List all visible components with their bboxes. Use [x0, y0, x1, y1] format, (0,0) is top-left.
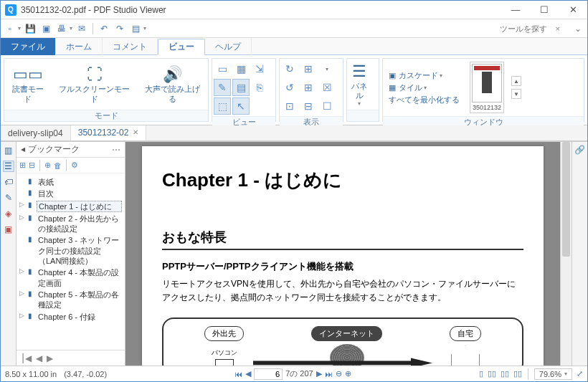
zoom-select[interactable]: 79.6%▾ — [534, 368, 572, 380]
layout-facing-icon[interactable]: ▯▯ — [501, 369, 509, 378]
bookmark-item[interactable]: ▮Chapter 3 - ネットワーク同士の接続設定（LAN間接続） — [19, 234, 122, 267]
nav-prev-icon[interactable]: ◀ — [36, 353, 42, 363]
read-aloud-button[interactable]: 🔊 大声で読み上げる — [138, 62, 208, 106]
tool-icon[interactable]: ⊞ — [300, 60, 317, 77]
zoom-out-icon[interactable]: ⊖ — [336, 369, 342, 378]
page-viewport[interactable]: Chapter 1 - はじめに おもな特長 PPTPサーバー/PPTPクライア… — [125, 142, 572, 366]
bookmark-item[interactable]: ▷▮Chapter 4 - 本製品の設定画面 — [19, 267, 122, 289]
save-icon[interactable]: 💾 — [24, 22, 37, 35]
tool-icon[interactable]: ☐ — [318, 97, 336, 115]
close-button[interactable]: ✕ — [559, 1, 587, 19]
tool-icon[interactable]: ⊞ — [300, 79, 317, 96]
bookmark-item[interactable]: ▷▮Chapter 2 - 外出先からの接続設定 — [19, 213, 122, 235]
email-icon[interactable]: ✉ — [75, 22, 88, 35]
add-icon[interactable]: ⊕ — [44, 161, 51, 170]
tool-icon[interactable]: ⇲ — [251, 60, 268, 77]
signatures-icon[interactable]: ✎ — [3, 192, 14, 204]
maximize-button[interactable]: ☐ — [530, 1, 559, 19]
pages-icon[interactable]: ▥ — [3, 145, 14, 156]
bookmark-item[interactable]: ▮表紙 — [19, 176, 122, 188]
settings-icon[interactable]: ⚙ — [71, 161, 78, 170]
subsection-heading: PPTPサーバー/PPTPクライアント機能を搭載 — [162, 260, 523, 273]
print-icon[interactable]: 🖶 — [55, 22, 68, 35]
doc-tab[interactable]: delivery-slip04 — [1, 125, 71, 140]
prev-page-icon[interactable]: ◀ — [245, 369, 251, 378]
bookmark-item[interactable]: ▷▮Chapter 6 - 付録 — [19, 311, 122, 323]
read-mode-button[interactable]: ▭▭ 読書モード — [4, 62, 52, 106]
layers-icon[interactable]: ◈ — [3, 208, 14, 219]
tool-icon[interactable]: ↻ — [281, 60, 298, 77]
quick-toolbar: ▫▾ 💾 ▣ 🖶▾ ✉ ↶ ↷ ▤▾ × ⌄ — [1, 19, 587, 38]
tool-icon[interactable]: ▭ — [214, 60, 231, 77]
redo-icon[interactable]: ↷ — [113, 22, 126, 35]
tab-help[interactable]: ヘルプ — [205, 38, 252, 55]
spin-up-icon[interactable]: ▲ — [511, 76, 521, 86]
zoom-in-icon[interactable]: ⊕ — [345, 369, 351, 378]
cascade-icon: ▣ — [389, 71, 396, 80]
bookmarks-icon[interactable]: ☰ — [3, 161, 14, 172]
minimize-all-button[interactable]: すべてを最小化する — [389, 95, 460, 105]
panel-button[interactable]: ☰ パネ ル ▾ — [347, 59, 371, 110]
first-page-icon[interactable]: ⏮ — [234, 370, 242, 378]
tab-home[interactable]: ホーム — [56, 38, 103, 55]
next-page-icon[interactable]: ▶ — [316, 369, 322, 378]
nav-next-icon[interactable]: ▶ — [47, 353, 53, 363]
panel-menu-icon[interactable]: ⋯ — [112, 145, 120, 155]
minimize-button[interactable]: — — [501, 1, 530, 19]
chevron-down-icon[interactable]: ⌄ — [572, 22, 584, 35]
nav-first-icon[interactable]: ⎮◀ — [21, 353, 32, 363]
chevron-down-icon[interactable]: ▾ — [318, 60, 336, 77]
bookmark-item[interactable]: ▮目次 — [19, 188, 122, 199]
new-icon[interactable]: ▫ — [4, 22, 16, 35]
close-icon[interactable]: ✕ — [133, 125, 138, 140]
scrollbar-vertical[interactable] — [560, 142, 572, 366]
fullscreen-button[interactable]: ⛶ フルスクリーンモード — [52, 62, 138, 106]
forms-icon[interactable]: ▣ — [3, 224, 14, 235]
tool-icon[interactable]: ▦ — [232, 60, 250, 77]
doc-tab-active[interactable]: 35012132-02✕ — [71, 125, 147, 140]
attachments-icon[interactable]: 🏷 — [3, 176, 14, 188]
tool-icon[interactable]: ✎ — [214, 79, 231, 96]
clipboard-icon[interactable]: ▤ — [129, 22, 142, 35]
layout-cont-icon[interactable]: ▯▯ — [488, 369, 496, 378]
spin-down-icon[interactable]: ▼ — [511, 89, 521, 99]
tab-comment[interactable]: コメント — [103, 38, 158, 55]
tool-icon[interactable]: ⬚ — [214, 97, 231, 115]
tool-icon[interactable] — [251, 97, 268, 115]
window-thumbnail[interactable]: 35012132 — [470, 62, 504, 113]
tool-icon[interactable]: ⊡ — [281, 97, 298, 115]
fullscreen-icon: ⛶ — [87, 65, 103, 85]
delete-icon[interactable]: 🗑 — [54, 161, 62, 170]
tool-icon[interactable]: ⊟ — [300, 97, 317, 115]
tile-button[interactable]: ▦タイル▾ — [389, 82, 460, 93]
tool-icon[interactable]: ↺ — [281, 79, 298, 96]
tool-icon[interactable]: ↖ — [232, 97, 250, 115]
search-input[interactable] — [465, 24, 551, 33]
display-grid: ↻ ⊞ ▾ ↺ ⊞ ☒ ⊡ ⊟ ☐ — [280, 59, 337, 116]
cascade-button[interactable]: ▣カスケード▾ — [389, 70, 460, 81]
pdf-page: Chapter 1 - はじめに おもな特長 PPTPサーバー/PPTPクライア… — [142, 146, 544, 366]
right-rail: 🔗 — [572, 142, 587, 366]
undo-icon[interactable]: ↶ — [98, 22, 110, 35]
layout-single-icon[interactable]: ▯ — [479, 369, 483, 378]
diagram: 外出先 パソコン インターネット 自宅 — [162, 317, 523, 366]
tool-icon[interactable]: ▤ — [232, 79, 250, 96]
collapse-icon[interactable]: ⊟ — [29, 161, 35, 170]
search-clear-icon[interactable]: × — [556, 24, 560, 33]
page-input[interactable] — [254, 368, 283, 380]
page-count: 7の 207 — [285, 368, 313, 379]
bookmark-item[interactable]: ▷▮Chapter 1 - はじめに — [19, 200, 122, 213]
tool-icon[interactable]: ☒ — [318, 79, 336, 96]
bookmark-item[interactable]: ▷▮Chapter 5 - 本製品の各種設定 — [19, 289, 122, 311]
fit-icon[interactable]: ⤢ — [577, 369, 583, 378]
link-icon[interactable]: 🔗 — [574, 145, 585, 155]
tab-file[interactable]: ファイル — [1, 38, 56, 55]
tool-icon[interactable]: ⎘ — [251, 79, 268, 96]
last-page-icon[interactable]: ⏭ — [325, 370, 333, 378]
layout-cover-icon[interactable]: ▯▯ — [513, 369, 522, 378]
expand-icon[interactable]: ⊞ — [19, 161, 26, 170]
open-icon[interactable]: ▣ — [39, 22, 52, 35]
chapter-heading: Chapter 1 - はじめに — [162, 168, 523, 193]
section-heading: おもな特長 — [162, 229, 523, 250]
tab-view[interactable]: ビュー — [158, 39, 205, 55]
